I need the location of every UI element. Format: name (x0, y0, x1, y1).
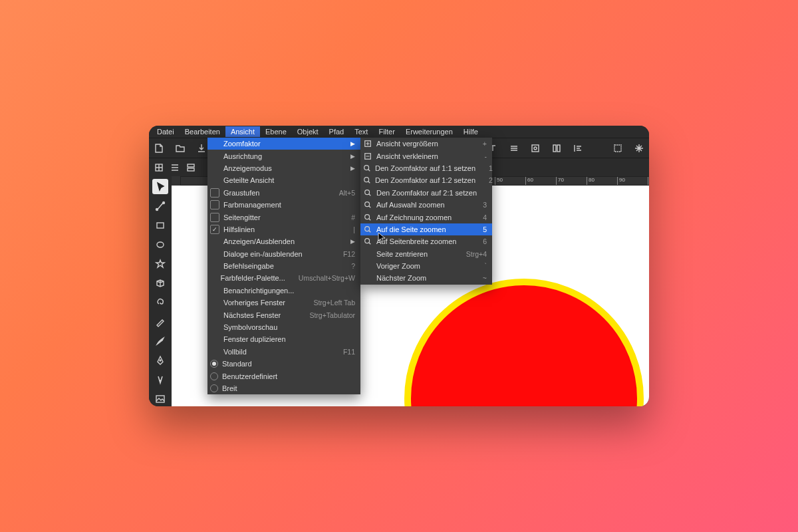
menu-item[interactable]: Den Zoomfaktor auf 2:1 setzen (360, 187, 492, 199)
new-doc-icon[interactable] (153, 142, 165, 154)
align-icon[interactable] (572, 142, 584, 154)
spiral-tool[interactable] (152, 295, 168, 310)
image-tool[interactable] (152, 391, 168, 406)
cube-tool[interactable] (152, 275, 168, 291)
menu-item[interactable]: Fenster duplizieren (207, 333, 360, 345)
menu-item[interactable]: Farbfelder-Palette...Umschalt+Strg+W (207, 272, 360, 284)
menu-item-label: Farbfelder-Palette... (221, 274, 285, 282)
menu-item[interactable]: Voriger Zoom` (360, 260, 492, 272)
menu-item[interactable]: Auf Seitenbreite zoomen6 (360, 235, 492, 247)
menu-item[interactable]: Anzeigen/Ausblenden▶ (207, 235, 360, 247)
menu-item[interactable]: Ansicht verkleinern- (360, 150, 492, 162)
calligraphy-tool[interactable] (152, 333, 168, 348)
menu-ansicht[interactable]: Ansicht (225, 126, 260, 137)
drawn-circle[interactable] (404, 279, 644, 406)
menu-item[interactable]: VollbildF11 (207, 346, 360, 358)
menu-item[interactable]: Dialoge ein-/ausblendenF12 (207, 248, 360, 260)
download-icon[interactable] (196, 142, 207, 154)
menu-item[interactable]: Benutzerdefiniert (207, 370, 360, 382)
menu-item[interactable]: GraustufenAlt+5 (207, 187, 360, 199)
star-tool[interactable] (152, 256, 168, 271)
svg-point-22 (365, 227, 370, 231)
menu-item-label: Anzeigemodus (223, 164, 340, 172)
ruler-tick: 90 (617, 177, 625, 186)
menu-item[interactable]: Den Zoomfaktor auf 1:2 setzen2 (360, 174, 492, 186)
stack-icon[interactable] (185, 162, 197, 174)
menu-item-label: Auf Auswahl zoomen (376, 201, 469, 209)
shortcut-label: 2 (489, 176, 493, 184)
menu-item-label: Hilfslinien (223, 225, 340, 233)
svg-rect-7 (188, 168, 194, 171)
menu-text[interactable]: Text (349, 126, 373, 137)
grid-icon[interactable] (153, 162, 165, 174)
zoom-12-icon (363, 176, 371, 185)
menu-item[interactable]: Nächstes FensterStrg+Tabulator (207, 309, 360, 321)
toolbox (149, 176, 172, 406)
menu-item[interactable]: Symbolvorschau (207, 321, 360, 333)
menu-item[interactable]: Auf Zeichnung zoomen4 (360, 211, 492, 223)
menu-ebene[interactable]: Ebene (260, 126, 292, 137)
select-icon[interactable] (612, 142, 624, 154)
svg-rect-4 (614, 145, 621, 152)
menu-item[interactable]: Breit (207, 382, 360, 394)
svg-rect-14 (156, 396, 164, 402)
menu-item[interactable]: Seite zentrierenStrg+4 (360, 248, 492, 260)
menu-pfad[interactable]: Pfad (324, 126, 350, 137)
svg-point-21 (365, 214, 370, 219)
svg-point-12 (157, 242, 164, 247)
shortcut-label: + (483, 140, 487, 148)
text-tool[interactable] (152, 372, 168, 387)
menu-item-label: Geteilte Ansicht (223, 176, 355, 184)
open-icon[interactable] (174, 142, 186, 154)
menu-item[interactable]: Standard (207, 358, 360, 370)
menu-item[interactable]: Hilfslinien| (207, 223, 360, 235)
ellipse-tool[interactable] (152, 237, 168, 252)
menu-item[interactable]: Farbmanagement (207, 199, 360, 211)
menu-item[interactable]: Geteilte Ansicht (207, 174, 360, 186)
svg-point-18 (364, 178, 369, 182)
menu-filter[interactable]: Filter (373, 126, 400, 137)
sparkle-icon[interactable] (633, 142, 645, 154)
zoom-submenu[interactable]: Ansicht vergrößern+Ansicht verkleinern-D… (360, 138, 492, 285)
svg-point-10 (163, 201, 165, 203)
menu-item[interactable]: Befehlseingabe? (207, 260, 360, 272)
lines-icon[interactable] (508, 142, 520, 154)
pen-tool[interactable] (152, 352, 168, 368)
menu-item[interactable]: Ansicht vergrößern+ (360, 138, 492, 150)
menu-item[interactable]: Den Zoomfaktor auf 1:1 setzen1 (360, 162, 492, 174)
menubar[interactable]: DateiBearbeitenAnsichtEbeneObjektPfadTex… (149, 126, 649, 138)
menu-item[interactable]: Vorheriges FensterStrg+Left Tab (207, 297, 360, 309)
node-tool[interactable] (152, 198, 168, 213)
shortcut-label: 4 (483, 213, 487, 221)
menu-item-label: Standard (222, 360, 355, 368)
frame-icon[interactable] (529, 142, 541, 154)
menu-item[interactable]: Auf die Seite zoomen5 (360, 223, 492, 235)
menu-item[interactable]: Auf Auswahl zoomen3 (360, 199, 492, 211)
menu-item[interactable]: Ausrichtung▶ (207, 150, 360, 162)
svg-point-20 (365, 202, 370, 207)
menu-item[interactable]: Zoomfaktor▶ (207, 138, 360, 150)
view-menu[interactable]: Zoomfaktor▶Ausrichtung▶Anzeigemodus▶Gete… (207, 138, 360, 394)
menu-hilfe[interactable]: Hilfe (458, 126, 483, 137)
svg-rect-0 (532, 145, 539, 152)
chevron-right-icon: ▶ (350, 140, 355, 147)
shortcut-label: 1 (489, 164, 493, 172)
menu-objekt[interactable]: Objekt (292, 126, 324, 137)
menu-item[interactable]: Anzeigemodus▶ (207, 162, 360, 174)
menu-bearbeiten[interactable]: Bearbeiten (180, 126, 225, 137)
menu-item[interactable]: Benachrichtigungen... (207, 285, 360, 297)
menu-erweiterungen[interactable]: Erweiterungen (400, 126, 458, 137)
list-icon[interactable] (169, 162, 181, 174)
checkbox-icon (210, 200, 219, 209)
chevron-right-icon: ▶ (350, 165, 355, 172)
mag-icon (363, 237, 372, 246)
svg-point-17 (364, 166, 369, 170)
columns-icon[interactable] (551, 142, 563, 154)
menu-item[interactable]: Nächster Zoom~ (360, 272, 492, 284)
selector-tool[interactable] (152, 179, 168, 194)
pencil-tool[interactable] (152, 314, 168, 329)
rectangle-tool[interactable] (152, 217, 168, 233)
svg-point-23 (365, 239, 370, 243)
menu-item[interactable]: Seitengitter# (207, 211, 360, 223)
menu-datei[interactable]: Datei (152, 126, 180, 137)
